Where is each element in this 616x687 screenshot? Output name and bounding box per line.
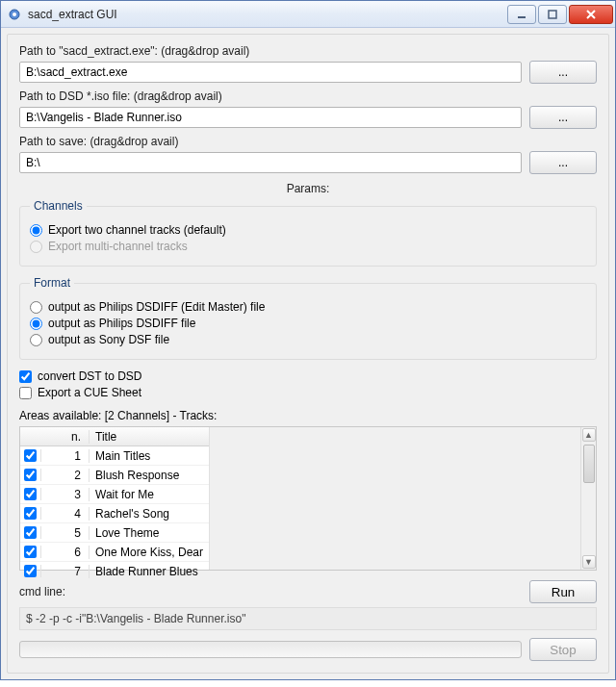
export-cue-input[interactable] <box>19 387 32 399</box>
run-button[interactable]: Run <box>529 580 597 603</box>
track-checkbox[interactable] <box>24 488 37 500</box>
format-dsf-label: output as Sony DSF file <box>48 333 169 346</box>
format-editmaster-input[interactable] <box>30 301 42 314</box>
channels-group: Channels Export two channel tracks (defa… <box>19 199 597 267</box>
format-dsf-radio[interactable]: output as Sony DSF file <box>30 333 586 346</box>
convert-dst-input[interactable] <box>19 370 32 383</box>
app-icon <box>7 7 22 22</box>
channels-two-radio[interactable]: Export two channel tracks (default) <box>30 223 586 237</box>
format-editmaster-radio[interactable]: output as Philips DSDIFF (Edit Master) f… <box>30 300 586 314</box>
track-checkbox[interactable] <box>24 526 37 539</box>
table-row[interactable]: 6One More Kiss, Dear <box>20 543 209 562</box>
vertical-scrollbar[interactable]: ▲ ▼ <box>580 427 596 570</box>
scroll-down-icon[interactable]: ▼ <box>582 555 596 569</box>
exe-path-input[interactable] <box>19 62 522 83</box>
save-path-label: Path to save: (drag&drop avail) <box>19 135 597 148</box>
exe-browse-button[interactable]: ... <box>529 61 597 84</box>
areas-label: Areas available: [2 Channels] - Tracks: <box>19 409 597 422</box>
track-checkbox[interactable] <box>24 565 37 577</box>
format-editmaster-label: output as Philips DSDIFF (Edit Master) f… <box>48 300 265 314</box>
progress-bar <box>19 641 522 658</box>
channels-two-label: Export two channel tracks (default) <box>48 223 226 237</box>
minimize-button[interactable] <box>507 5 536 24</box>
track-number: 7 <box>41 565 90 578</box>
track-number: 5 <box>41 526 90 540</box>
table-row[interactable]: 1Main Titles <box>20 446 209 466</box>
convert-dst-checkbox[interactable]: convert DST to DSD <box>19 369 597 383</box>
track-checkbox[interactable] <box>24 469 37 481</box>
channels-multi-input <box>30 241 42 253</box>
iso-browse-button[interactable]: ... <box>529 106 597 129</box>
channels-two-input[interactable] <box>30 224 42 237</box>
track-title: Blush Response <box>90 469 209 482</box>
save-path-input[interactable] <box>19 152 522 173</box>
format-dsdiff-label: output as Philips DSDIFF file <box>48 317 195 330</box>
track-title: Rachel's Song <box>90 507 209 521</box>
track-checkbox[interactable] <box>24 449 37 462</box>
app-window: sacd_extract GUI Path to "sacd_extract.e… <box>0 0 616 680</box>
convert-dst-label: convert DST to DSD <box>38 369 141 383</box>
track-number: 2 <box>41 469 90 482</box>
svg-point-1 <box>13 13 16 16</box>
track-number: 3 <box>41 488 90 501</box>
col-title-header[interactable]: Title <box>90 430 209 444</box>
track-checkbox[interactable] <box>24 546 37 558</box>
format-group: Format output as Philips DSDIFF (Edit Ma… <box>19 276 597 360</box>
channels-legend: Channels <box>30 199 87 213</box>
channels-multi-label: Export multi-channel tracks <box>48 240 188 253</box>
track-number: 4 <box>41 507 90 521</box>
scroll-thumb[interactable] <box>583 445 595 483</box>
tracks-header: n. Title <box>20 427 209 446</box>
track-checkbox[interactable] <box>24 507 37 520</box>
table-row[interactable]: 4Rachel's Song <box>20 504 209 523</box>
svg-rect-3 <box>549 11 556 18</box>
track-title: Wait for Me <box>90 488 209 501</box>
params-heading: Params: <box>19 182 597 195</box>
scroll-up-icon[interactable]: ▲ <box>582 428 596 442</box>
table-row[interactable]: 5Love Theme <box>20 523 209 543</box>
titlebar: sacd_extract GUI <box>1 1 615 28</box>
format-dsdiff-radio[interactable]: output as Philips DSDIFF file <box>30 317 586 330</box>
col-n-header[interactable]: n. <box>41 430 90 444</box>
format-legend: Format <box>30 276 74 290</box>
close-button[interactable] <box>569 5 613 24</box>
content-area: Path to "sacd_extract.exe": (drag&drop a… <box>7 34 609 674</box>
track-number: 6 <box>41 546 90 559</box>
cmd-display: $ -2 -p -c -i"B:\Vangelis - Blade Runner… <box>19 607 597 630</box>
track-title: Blade Runner Blues <box>90 565 209 578</box>
track-number: 1 <box>41 449 90 463</box>
save-browse-button[interactable]: ... <box>529 151 597 174</box>
maximize-button[interactable] <box>538 5 567 24</box>
track-title: Love Theme <box>90 526 209 540</box>
export-cue-label: Export a CUE Sheet <box>38 386 141 399</box>
format-dsdiff-input[interactable] <box>30 318 42 330</box>
table-row[interactable]: 2Blush Response <box>20 466 209 485</box>
cmdline-label: cmd line: <box>19 585 65 598</box>
tracks-blank-area: ▲ ▼ <box>209 427 596 570</box>
table-row[interactable]: 7Blade Runner Blues <box>20 562 209 581</box>
tracks-listview[interactable]: n. Title 1Main Titles2Blush Response3Wai… <box>19 426 597 571</box>
svg-rect-2 <box>518 16 526 18</box>
window-title: sacd_extract GUI <box>28 8 505 21</box>
export-cue-checkbox[interactable]: Export a CUE Sheet <box>19 386 597 399</box>
iso-path-input[interactable] <box>19 107 522 128</box>
track-title: Main Titles <box>90 449 209 463</box>
channels-multi-radio: Export multi-channel tracks <box>30 240 586 253</box>
exe-path-label: Path to "sacd_extract.exe": (drag&drop a… <box>19 44 597 58</box>
format-dsf-input[interactable] <box>30 334 42 346</box>
track-title: One More Kiss, Dear <box>90 546 209 559</box>
window-buttons <box>505 5 613 24</box>
iso-path-label: Path to DSD *.iso file: (drag&drop avail… <box>19 89 597 103</box>
stop-button[interactable]: Stop <box>529 638 597 661</box>
table-row[interactable]: 3Wait for Me <box>20 485 209 504</box>
